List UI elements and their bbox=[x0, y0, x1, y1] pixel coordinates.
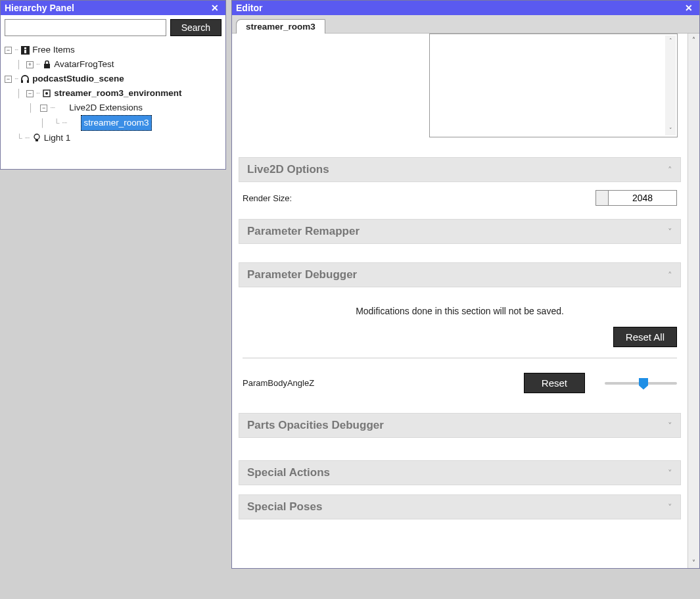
expander-icon[interactable]: − bbox=[5, 47, 12, 54]
tree-line: ··· bbox=[14, 72, 18, 86]
render-size-label: Render Size: bbox=[243, 193, 292, 203]
chevron-up-icon[interactable]: ˄ bbox=[665, 36, 676, 46]
slider-thumb[interactable] bbox=[639, 378, 648, 390]
close-icon[interactable]: ✕ bbox=[208, 3, 222, 13]
expander-icon[interactable]: − bbox=[26, 90, 34, 97]
debugger-info-text: Modifications done in this section will … bbox=[243, 295, 677, 327]
info-icon bbox=[20, 45, 30, 55]
section-special-actions-header[interactable]: Special Actions ˅ bbox=[239, 460, 681, 485]
parameter-name: ParamBodyAngleZ bbox=[243, 378, 314, 388]
hierarchy-panel-title: Hierarchy Panel bbox=[5, 3, 74, 13]
parameter-slider[interactable] bbox=[605, 377, 677, 390]
tree-node-live2d-ext[interactable]: │ − ···· Live2D Extensions bbox=[5, 101, 222, 115]
tree-label-selected: streamer_room3 bbox=[81, 115, 151, 131]
svg-point-7 bbox=[45, 92, 48, 95]
hierarchy-tree: − ··· Free Items │ + ··· AvatarFrogTest … bbox=[1, 40, 225, 151]
tree-line: ···· bbox=[50, 101, 55, 115]
section-parameter-debugger-body: Modifications done in this section will … bbox=[239, 287, 681, 404]
section-title: Parts Opacities Debugger bbox=[247, 419, 384, 432]
hierarchy-panel: Hierarchy Panel ✕ Search − ··· Free Item… bbox=[0, 0, 226, 170]
tree-label: Light 1 bbox=[44, 131, 71, 145]
chevron-down-icon[interactable]: ˅ bbox=[688, 556, 699, 568]
svg-rect-3 bbox=[44, 64, 50, 68]
svg-rect-5 bbox=[27, 80, 29, 83]
search-row: Search bbox=[1, 15, 225, 40]
chevron-down-icon[interactable]: ˅ bbox=[665, 125, 676, 135]
search-input[interactable] bbox=[5, 19, 166, 36]
editor-tab-bar: streamer_room3 bbox=[232, 15, 699, 34]
search-button[interactable]: Search bbox=[170, 19, 222, 36]
tree-label: streamer_room3_environment bbox=[54, 86, 181, 101]
chevron-down-icon: ˅ bbox=[668, 421, 672, 431]
tree-node-streamer-room3[interactable]: │ └ ···· streamer_room3 bbox=[5, 115, 222, 131]
tree-label: AvatarFrogTest bbox=[54, 57, 114, 72]
tree-label: Free Items bbox=[32, 43, 75, 57]
tree-line: ···· bbox=[62, 116, 66, 130]
editor-scroll-area[interactable]: ˄ ˅ Live2D Options ˄ Render Size: bbox=[232, 34, 688, 568]
chevron-down-icon: ˅ bbox=[668, 468, 672, 478]
section-parameter-remapper-header[interactable]: Parameter Remapper ˅ bbox=[239, 219, 681, 244]
editor-panel-header: Editor ✕ bbox=[232, 1, 699, 15]
chevron-down-icon: ˅ bbox=[668, 502, 672, 512]
section-live2d-options-body: Render Size: bbox=[239, 182, 681, 210]
tree-line: ··· bbox=[36, 57, 39, 72]
tree-node-avatar-frog[interactable]: │ + ··· AvatarFrogTest bbox=[5, 57, 222, 72]
editor-panel: Editor ✕ streamer_room3 ˄ ˅ Live2D Optio… bbox=[231, 0, 700, 569]
svg-rect-2 bbox=[24, 50, 26, 53]
section-special-poses-header[interactable]: Special Poses ˅ bbox=[239, 494, 681, 519]
tree-line: ··· bbox=[14, 43, 18, 57]
tree-label: Live2D Extensions bbox=[69, 101, 143, 115]
render-size-stepper[interactable] bbox=[595, 190, 609, 206]
lock-icon bbox=[42, 60, 51, 69]
section-live2d-options-header[interactable]: Live2D Options ˄ bbox=[239, 157, 681, 182]
preview-box: ˄ ˅ bbox=[429, 34, 678, 137]
tab-streamer-room3[interactable]: streamer_room3 bbox=[236, 19, 325, 34]
hierarchy-panel-header: Hierarchy Panel ✕ bbox=[1, 1, 225, 15]
reset-button[interactable]: Reset bbox=[524, 373, 585, 393]
close-icon[interactable]: ✕ bbox=[682, 3, 695, 13]
lightbulb-icon bbox=[32, 133, 41, 143]
section-title: Special Actions bbox=[247, 466, 330, 479]
tree-label: podcastStudio_scene bbox=[32, 72, 124, 86]
section-parts-opacities-header[interactable]: Parts Opacities Debugger ˅ bbox=[239, 413, 681, 438]
tree-line: ···· bbox=[25, 131, 30, 145]
tree-node-streamer-env[interactable]: │ − ··· streamer_room3_environment bbox=[5, 86, 222, 101]
section-title: Special Poses bbox=[247, 500, 322, 514]
tree-line: ··· bbox=[36, 86, 39, 101]
render-size-input[interactable] bbox=[609, 190, 677, 206]
editor-panel-title: Editor bbox=[236, 3, 262, 13]
section-title: Parameter Remapper bbox=[247, 225, 360, 238]
reset-all-button[interactable]: Reset All bbox=[613, 327, 677, 347]
section-title: Live2D Options bbox=[247, 163, 329, 176]
object-icon bbox=[42, 89, 51, 98]
expander-icon[interactable]: + bbox=[26, 61, 34, 68]
tree-node-light1[interactable]: └ ···· Light 1 bbox=[5, 131, 222, 145]
preview-scrollbar[interactable]: ˄ ˅ bbox=[665, 36, 676, 135]
editor-vertical-scrollbar[interactable]: ˄ ˅ bbox=[688, 34, 699, 568]
chevron-up-icon: ˄ bbox=[668, 165, 672, 175]
section-parameter-debugger-header[interactable]: Parameter Debugger ˄ bbox=[239, 262, 681, 287]
chevron-up-icon[interactable]: ˄ bbox=[688, 34, 699, 45]
chevron-down-icon: ˅ bbox=[668, 227, 672, 237]
svg-rect-4 bbox=[21, 80, 23, 83]
headphones-icon bbox=[20, 74, 30, 84]
section-title: Parameter Debugger bbox=[247, 268, 357, 281]
tree-node-free-items[interactable]: − ··· Free Items bbox=[5, 43, 222, 57]
svg-rect-9 bbox=[35, 139, 38, 141]
expander-icon[interactable]: − bbox=[5, 76, 12, 83]
expander-icon[interactable]: − bbox=[40, 105, 47, 112]
svg-rect-1 bbox=[24, 47, 26, 49]
svg-point-8 bbox=[34, 134, 39, 139]
chevron-up-icon: ˄ bbox=[668, 270, 672, 280]
tree-node-podcast-scene[interactable]: − ··· podcastStudio_scene bbox=[5, 72, 222, 86]
